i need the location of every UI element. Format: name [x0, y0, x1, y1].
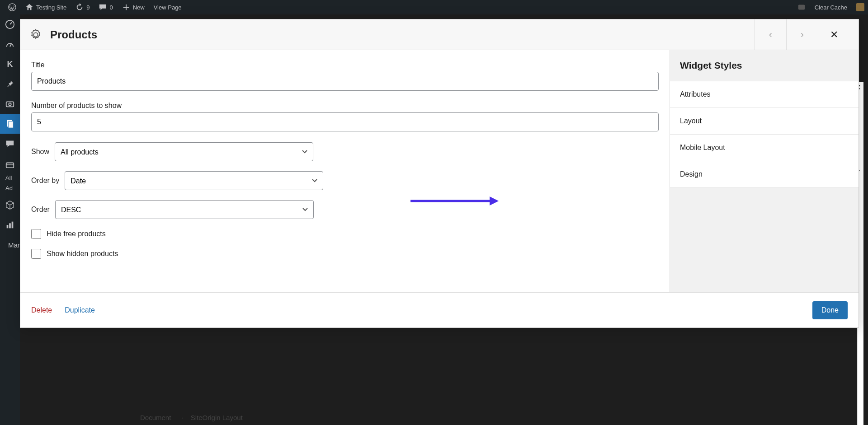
flyout-add-new[interactable]: Ad [5, 183, 15, 193]
show-hidden-label: Show hidden products [47, 250, 118, 258]
comments[interactable]: 0 [94, 0, 117, 14]
updates[interactable]: 9 [71, 0, 94, 14]
show-select[interactable]: All products [55, 142, 313, 161]
styles-attributes[interactable]: Attributes [670, 81, 859, 108]
sidebar-analytics[interactable] [0, 215, 20, 235]
sidebar-media[interactable] [0, 94, 20, 114]
breadcrumb: Document → SiteOrigin Layout [140, 414, 243, 421]
new-text: New [133, 4, 145, 11]
camera-icon [5, 99, 15, 109]
sidebar-flyout: All Ad [0, 168, 21, 198]
orderby-label: Order by [31, 177, 59, 185]
pages-icon [5, 119, 15, 129]
title-label: Title [31, 61, 659, 69]
home-icon [25, 3, 33, 11]
orderby-select[interactable]: Date [65, 171, 323, 190]
pin-icon [5, 79, 15, 89]
sidebar-posts[interactable] [0, 74, 20, 94]
svg-rect-1 [798, 5, 805, 10]
notifications[interactable] [793, 3, 810, 11]
order-label: Order [31, 205, 50, 214]
refresh-icon [75, 3, 84, 11]
widget-edit-modal: Products ‹ › ✕ Title Number of products … [20, 19, 859, 328]
arrow-icon: → [178, 414, 184, 421]
sidebar-products[interactable] [0, 195, 20, 215]
flyout-all-pages[interactable]: All [5, 173, 15, 183]
svg-point-4 [9, 103, 11, 106]
modal-body: Title Number of products to show Show Al… [20, 50, 859, 292]
modal-header: Products ‹ › ✕ [20, 19, 859, 50]
comment-icon [5, 139, 15, 149]
avatar[interactable] [856, 3, 864, 11]
site-name[interactable]: Testing Site [21, 0, 71, 14]
svg-rect-11 [12, 222, 14, 229]
updates-count: 9 [86, 4, 90, 11]
show-hidden-checkbox[interactable] [31, 249, 41, 259]
chat-icon [797, 3, 806, 11]
svg-rect-6 [8, 121, 13, 128]
prev-widget-button[interactable]: ‹ [755, 19, 786, 50]
styles-header: Widget Styles [670, 50, 859, 81]
widget-styles-panel: Widget Styles Attributes Layout Mobile L… [670, 50, 859, 292]
svg-rect-10 [9, 223, 11, 228]
site-name-text: Testing Site [36, 4, 66, 11]
sidebar-marketing[interactable]: Marketing [0, 235, 20, 255]
sidebar-dashboard[interactable] [0, 14, 20, 34]
clear-cache-text: Clear Cache [815, 4, 847, 11]
widget-form: Title Number of products to show Show Al… [20, 50, 670, 292]
sidebar-pages[interactable] [0, 114, 20, 134]
duplicate-link[interactable]: Duplicate [65, 306, 95, 314]
next-widget-button[interactable]: › [786, 19, 818, 50]
modal-footer: Delete Duplicate Done [20, 292, 859, 327]
bars-icon [5, 220, 15, 230]
styles-layout[interactable]: Layout [670, 108, 859, 135]
chevron-left-icon: ‹ [769, 29, 772, 41]
styles-mobile-layout[interactable]: Mobile Layout [670, 135, 859, 161]
gear-icon [29, 28, 42, 41]
admin-bar: Testing Site 9 0 New View Page Clear Cac… [0, 0, 868, 14]
sidebar-comments[interactable] [0, 134, 20, 154]
wp-logo[interactable] [4, 0, 21, 14]
chevron-right-icon: › [801, 29, 804, 41]
breadcrumb-siteorigin[interactable]: SiteOrigin Layout [191, 414, 243, 421]
clear-cache[interactable]: Clear Cache [810, 4, 852, 11]
admin-sidebar: K woo Marketing [0, 14, 20, 425]
box-icon [5, 200, 15, 210]
hide-free-checkbox[interactable] [31, 229, 41, 239]
styles-header-title: Widget Styles [680, 60, 849, 71]
svg-rect-3 [6, 102, 14, 107]
hide-free-label: Hide free products [47, 230, 106, 238]
styles-design[interactable]: Design [670, 161, 859, 188]
dashboard-icon [5, 19, 15, 29]
show-label: Show [31, 148, 49, 156]
done-button[interactable]: Done [812, 301, 848, 319]
new-content[interactable]: New [118, 0, 149, 14]
plus-icon [122, 3, 130, 11]
close-modal-button[interactable]: ✕ [818, 19, 849, 50]
comments-count: 0 [109, 4, 113, 11]
title-input[interactable] [31, 72, 659, 91]
wordpress-icon [8, 3, 16, 11]
view-page[interactable]: View Page [149, 0, 186, 14]
delete-link[interactable]: Delete [31, 306, 52, 314]
close-icon: ✕ [830, 29, 838, 41]
sidebar-performance[interactable] [0, 34, 20, 54]
svg-rect-9 [7, 225, 9, 228]
num-products-label: Number of products to show [31, 102, 659, 110]
k-icon: K [7, 60, 13, 69]
modal-title: Products [50, 28, 97, 41]
order-select[interactable]: DESC [55, 200, 314, 219]
gauge-icon [5, 39, 15, 49]
view-page-text: View Page [154, 4, 182, 11]
num-products-input[interactable] [31, 112, 659, 131]
sidebar-kadence[interactable]: K [0, 54, 20, 74]
comment-icon [99, 3, 107, 11]
breadcrumb-doc[interactable]: Document [140, 414, 171, 421]
